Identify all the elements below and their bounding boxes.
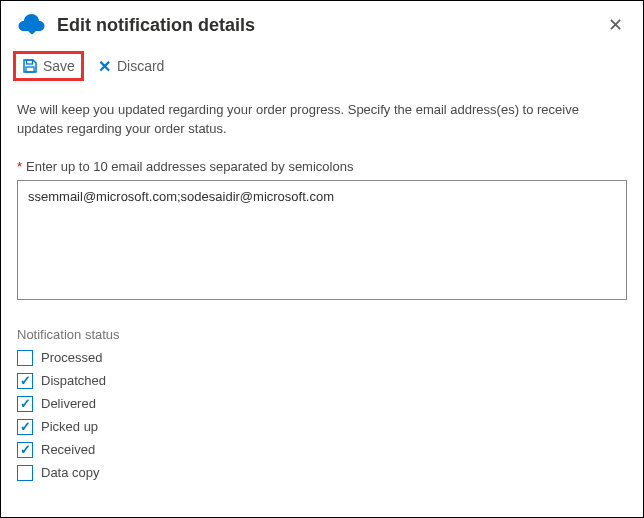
status-checkbox[interactable] <box>17 396 33 412</box>
email-input[interactable] <box>17 180 627 300</box>
notification-status-label: Notification status <box>17 327 627 342</box>
description-text: We will keep you updated regarding your … <box>17 101 627 139</box>
status-checkbox[interactable] <box>17 419 33 435</box>
panel-header: Edit notification details ✕ <box>1 1 643 47</box>
notification-status-list: ProcessedDispatchedDeliveredPicked upRec… <box>17 350 627 481</box>
panel-title: Edit notification details <box>57 15 600 36</box>
discard-button[interactable]: ✕ Discard <box>98 57 164 76</box>
status-row: Picked up <box>17 419 627 435</box>
discard-icon: ✕ <box>98 57 111 76</box>
close-button[interactable]: ✕ <box>600 10 631 40</box>
toolbar: Save ✕ Discard <box>1 47 643 87</box>
status-label: Processed <box>41 350 102 365</box>
status-checkbox[interactable] <box>17 465 33 481</box>
status-checkbox[interactable] <box>17 350 33 366</box>
discard-label: Discard <box>117 58 164 74</box>
status-label: Dispatched <box>41 373 106 388</box>
status-label: Received <box>41 442 95 457</box>
status-row: Delivered <box>17 396 627 412</box>
save-label: Save <box>43 58 75 74</box>
status-row: Received <box>17 442 627 458</box>
content-area: We will keep you updated regarding your … <box>1 87 643 481</box>
status-row: Data copy <box>17 465 627 481</box>
status-checkbox[interactable] <box>17 442 33 458</box>
status-label: Data copy <box>41 465 100 480</box>
save-icon <box>22 58 38 74</box>
close-icon: ✕ <box>608 15 623 35</box>
status-row: Processed <box>17 350 627 366</box>
status-checkbox[interactable] <box>17 373 33 389</box>
email-field-label: *Enter up to 10 email addresses separate… <box>17 159 627 174</box>
save-button[interactable]: Save <box>13 51 84 81</box>
status-row: Dispatched <box>17 373 627 389</box>
svg-rect-0 <box>27 60 33 64</box>
cloud-download-icon <box>13 9 51 41</box>
status-label: Picked up <box>41 419 98 434</box>
status-label: Delivered <box>41 396 96 411</box>
required-indicator: * <box>17 159 22 174</box>
